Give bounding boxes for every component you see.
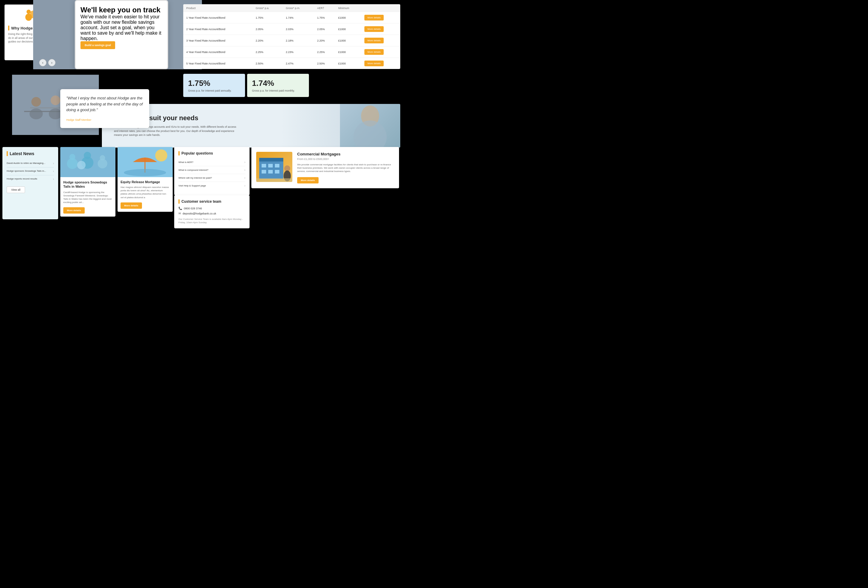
service-hours: Our Customer Service Team is available 8…	[179, 218, 245, 224]
rate-gross-pa-4: 2.50%	[252, 58, 283, 69]
svg-point-17	[354, 121, 387, 147]
rate-highlight-monthly: 1.74% Gross p.a. for interest paid month…	[247, 74, 309, 97]
email-address: deposits@hodgebank.co.uk	[183, 212, 216, 215]
rate-gross-pa-2: 2.20%	[252, 35, 283, 46]
popular-questions-section: Popular questions What is AER? › What is…	[174, 147, 249, 195]
svg-rect-32	[261, 164, 266, 168]
rate-more-details-button-1[interactable]: More details	[365, 26, 384, 32]
col-minimum: Minimum	[335, 4, 362, 12]
rate-highlight-2-value: 1.74%	[252, 79, 304, 88]
rate-gross-pm-2: 2.18%	[283, 35, 314, 46]
rate-highlight-annually: 1.75% Gross p.a. for interest paid annua…	[183, 74, 245, 97]
snowdogs-title: Hodge sponsors Snowdogs Tails in Wales	[63, 180, 112, 189]
rate-highlight-1-value: 1.75%	[188, 79, 240, 88]
faq-item-4-text: Visit Help & Support page	[179, 184, 206, 187]
news-item-2-chevron: ›	[53, 169, 54, 173]
rate-minimum-0: £1000	[335, 12, 362, 24]
col-action	[362, 4, 400, 12]
hero-prev-button[interactable]: ‹	[39, 59, 46, 66]
customer-service-title: Customer service team	[179, 199, 245, 203]
faq-item-1[interactable]: What is AER? ›	[179, 158, 245, 166]
rate-gross-pa-0: 1.75%	[252, 12, 283, 24]
latest-news-title: Latest News	[7, 151, 54, 156]
rate-product-3: 4 Year Fixed Rate Account/Bond	[183, 46, 252, 58]
rate-highlight-1-desc: Gross p.a. for interest paid annually.	[188, 89, 240, 92]
phone-icon: 📞	[179, 207, 182, 210]
rate-more-details-button-4[interactable]: More details	[365, 60, 384, 66]
snowdogs-card-body: Hodge sponsors Snowdogs Tails in Wales C…	[60, 177, 115, 217]
rate-action-4: More details	[362, 58, 400, 69]
svg-rect-36	[268, 170, 273, 174]
snowdogs-description: Cardiff-based Hodge is sponsoring the Sn…	[63, 191, 112, 204]
rate-aer-2: 2.20%	[314, 35, 335, 46]
faq-item-3[interactable]: Where will my interest be paid? ›	[179, 174, 245, 182]
commercial-mortgages-description: We provide commercial mortgage facilitie…	[297, 163, 394, 173]
rate-more-details-button-2[interactable]: More details	[365, 38, 384, 43]
rate-gross-pa-1: 2.05%	[252, 24, 283, 35]
commercial-mortgages-button[interactable]: More details	[297, 177, 319, 183]
col-gross-pm: Gross* p.m.	[283, 4, 314, 12]
rate-aer-4: 2.50%	[314, 58, 335, 69]
rate-gross-pm-4: 2.47%	[283, 58, 314, 69]
faq-item-1-chevron: ›	[244, 161, 245, 164]
quote-attribution: Hodge Staff Member	[66, 118, 92, 121]
rates-table-row: 2 Year Fixed Rate Account/Bond 2.05% 2.0…	[183, 24, 400, 35]
news-item-1-chevron: ›	[53, 162, 54, 165]
hero-nav: ‹ ›	[39, 59, 55, 66]
rate-product-4: 5 Year Fixed Rate Account/Bond	[183, 58, 252, 69]
rate-minimum-3: £1000	[335, 46, 362, 58]
rates-table-row: 3 Year Fixed Rate Account/Bond 2.20% 2.1…	[183, 35, 400, 46]
rates-table-row: 5 Year Fixed Rate Account/Bond 2.50% 2.4…	[183, 58, 400, 69]
commercial-building-svg	[256, 152, 292, 182]
commercial-mortgages-title: Commercial Mortgages	[297, 152, 394, 156]
equity-release-svg	[118, 147, 173, 177]
cta-headline: We'll keep you on track	[80, 6, 162, 14]
equity-release-more-details-button[interactable]: More details	[121, 202, 142, 209]
faq-item-4[interactable]: Visit Help & Support page ›	[179, 182, 245, 190]
faq-yellow-bar	[179, 151, 180, 155]
rate-aer-0: 1.75%	[314, 12, 335, 24]
rate-aer-1: 2.05%	[314, 24, 335, 35]
svg-point-0	[27, 10, 31, 14]
equity-release-description: Hac magna ultrices! Aliquam nascetur mas…	[121, 186, 170, 199]
faq-item-2[interactable]: What is compound interest? ›	[179, 166, 245, 174]
faq-item-2-chevron: ›	[244, 168, 245, 172]
hero-next-button[interactable]: ›	[48, 59, 55, 66]
commercial-mortgages-subtitle: From £1,000 to £500,000+	[297, 158, 394, 161]
rate-minimum-1: £1000	[335, 24, 362, 35]
news-item-3[interactable]: Hodge reports record results ›	[7, 175, 54, 183]
cta-body: We've made it even easier to hit your go…	[80, 14, 162, 41]
rate-gross-pm-0: 1.74%	[283, 12, 314, 24]
rate-action-0: More details	[362, 12, 400, 24]
news-item-2[interactable]: Hodge sponsors Snowdogs Tails in... ›	[7, 168, 54, 175]
equity-release-card: Equity Release Mortgage Hac magna ultric…	[118, 147, 173, 212]
savings-person-image	[340, 104, 400, 147]
svg-point-22	[84, 152, 91, 159]
snowdogs-image	[60, 147, 115, 177]
rate-minimum-4: £1000	[335, 58, 362, 69]
customer-service-section: Customer service team 📞 0800 028 3746 ✉ …	[174, 195, 249, 228]
svg-point-9	[31, 97, 41, 107]
view-all-button[interactable]: View all	[7, 186, 25, 193]
rate-more-details-button-0[interactable]: More details	[365, 15, 384, 21]
email-icon: ✉	[179, 212, 181, 215]
build-savings-goal-button[interactable]: Build a savings goal	[80, 41, 115, 49]
equity-release-image	[118, 147, 173, 177]
news-item-1[interactable]: David Austin to retire as Managing... ›	[7, 160, 54, 168]
news-item-3-chevron: ›	[53, 177, 54, 181]
faq-item-4-chevron: ›	[244, 184, 245, 187]
svg-point-24	[100, 155, 105, 161]
rate-minimum-2: £1000	[335, 35, 362, 46]
col-product: Product	[183, 4, 252, 12]
rates-table-header-row: Product Gross* p.a. Gross* p.m. AER† Min…	[183, 4, 400, 12]
faq-item-3-chevron: ›	[244, 176, 245, 180]
latest-news-section: Latest News David Austin to retire as Ma…	[2, 147, 58, 219]
rate-more-details-button-3[interactable]: More details	[365, 49, 384, 55]
rates-table-row: 4 Year Fixed Rate Account/Bond 2.25% 2.2…	[183, 46, 400, 58]
rate-action-2: More details	[362, 35, 400, 46]
quote-card: "What I enjoy the most about Hodge are t…	[60, 89, 149, 128]
snowdogs-more-details-button[interactable]: More details	[63, 207, 85, 214]
rate-product-0: 1 Year Fixed Rate Account/Bond	[183, 12, 252, 24]
rate-gross-pm-3: 2.23%	[283, 46, 314, 58]
commercial-mortgages-section: Commercial Mortgages From £1,000 to £500…	[251, 147, 399, 188]
